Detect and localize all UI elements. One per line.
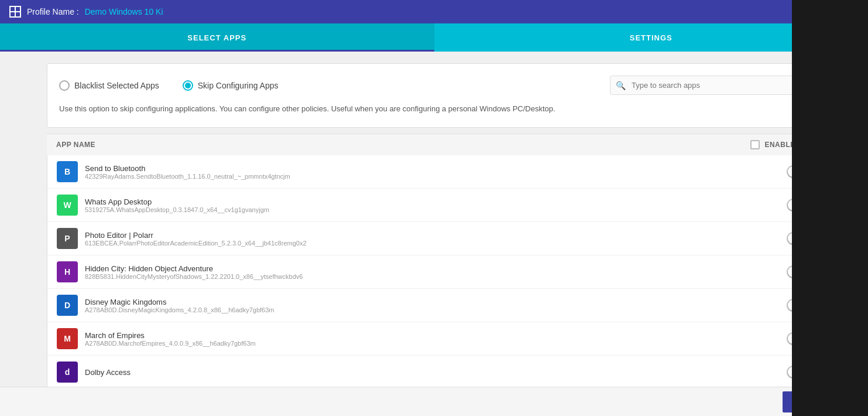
col-app-name-header: APP NAME: [56, 141, 750, 149]
svg-rect-2: [11, 12, 15, 16]
svg-rect-3: [16, 12, 20, 16]
app-list-header: APP NAME ENABLE ALL: [47, 134, 821, 155]
svg-rect-1: [16, 7, 20, 11]
app-package: 613EBCEA.PolarrPhotoEditorAcademicEditio…: [85, 240, 780, 247]
app-info: Send to Bluetooth 42329RayAdams.SendtoBl…: [85, 164, 780, 180]
app-package: 5319275A.WhatsAppDesktop_0.3.1847.0_x64_…: [85, 206, 780, 213]
blacklist-option[interactable]: Blacklist Selected Apps: [59, 80, 159, 91]
search-icon: 🔍: [616, 81, 626, 90]
app-icon: D: [57, 295, 78, 316]
app-info: Disney Magic Kingdoms A278AB0D.DisneyMag…: [85, 298, 780, 313]
app-name: Hidden City: Hidden Object Adventure: [85, 264, 780, 273]
app-package: A278AB0D.DisneyMagicKingdoms_4.2.0.8_x86…: [85, 306, 780, 313]
app-name: Whats App Desktop: [85, 197, 780, 206]
tab-select-apps[interactable]: SELECT APPS: [0, 23, 434, 52]
app-package: 42329RayAdams.SendtoBluetooth_1.1.16.0_n…: [85, 173, 780, 180]
app-name: Disney Magic Kingdoms: [85, 298, 780, 306]
tab-bar: SELECT APPS SETTINGS: [0, 23, 868, 52]
app-icon: M: [57, 328, 78, 349]
skip-option[interactable]: Skip Configuring Apps: [183, 80, 279, 91]
info-text: Use this option to skip configuring appl…: [59, 104, 809, 115]
table-row: D Disney Magic Kingdoms A278AB0D.DisneyM…: [47, 289, 821, 322]
table-row: P Photo Editor | Polarr 613EBCEA.PolarrP…: [47, 222, 821, 255]
app-name: March of Empires: [85, 331, 780, 340]
table-row: M March of Empires A278AB0D.MarchofEmpir…: [47, 322, 821, 356]
search-box: 🔍: [610, 76, 809, 95]
app-info: Hidden City: Hidden Object Adventure 828…: [85, 264, 780, 280]
app-icon: P: [57, 228, 78, 249]
app-info: Whats App Desktop 5319275A.WhatsAppDeskt…: [85, 197, 780, 213]
app-info: Photo Editor | Polarr 613EBCEA.PolarrPho…: [85, 231, 780, 247]
svg-rect-0: [11, 7, 15, 11]
app-icon: d: [57, 362, 78, 383]
app-info: Dolby Access: [85, 368, 780, 377]
config-card: Blacklist Selected Apps Skip Configuring…: [47, 63, 821, 128]
enable-all-checkbox[interactable]: [750, 140, 760, 149]
title-bar: Profile Name : Demo Windows 10 Ki ×: [0, 0, 868, 23]
footer: NEXT →: [0, 387, 868, 416]
table-row: B Send to Bluetooth 42329RayAdams.Sendto…: [47, 155, 821, 189]
profile-name: Demo Windows 10 Ki: [85, 7, 163, 16]
search-input[interactable]: [610, 76, 809, 95]
app-package: A278AB0D.MarchofEmpires_4.0.0.9_x86__h6a…: [85, 340, 780, 347]
table-row: H Hidden City: Hidden Object Adventure 8…: [47, 255, 821, 289]
main-content: Blacklist Selected Apps Skip Configuring…: [0, 52, 868, 387]
skip-label: Skip Configuring Apps: [198, 81, 279, 90]
black-panel: [792, 0, 868, 416]
app-name: Dolby Access: [85, 368, 780, 377]
skip-radio[interactable]: [183, 80, 193, 91]
app-icon: B: [57, 161, 78, 182]
blacklist-radio[interactable]: [59, 80, 70, 91]
app-name: Send to Bluetooth: [85, 164, 780, 173]
radio-row: Blacklist Selected Apps Skip Configuring…: [59, 76, 809, 95]
app-icon: W: [57, 195, 78, 216]
table-row: W Whats App Desktop 5319275A.WhatsAppDes…: [47, 189, 821, 222]
app-name: Photo Editor | Polarr: [85, 231, 780, 240]
app-info: March of Empires A278AB0D.MarchofEmpires…: [85, 331, 780, 347]
app-list: B Send to Bluetooth 42329RayAdams.Sendto…: [47, 155, 821, 389]
app-package: 828B5831.HiddenCityMysteryofShadows_1.22…: [85, 273, 780, 280]
title-bar-label: Profile Name :: [27, 7, 79, 16]
table-row: d Dolby Access: [47, 356, 821, 388]
windows-icon: [9, 6, 21, 18]
title-bar-left: Profile Name : Demo Windows 10 Ki: [9, 6, 163, 18]
blacklist-label: Blacklist Selected Apps: [74, 81, 159, 90]
app-icon: H: [57, 261, 78, 282]
